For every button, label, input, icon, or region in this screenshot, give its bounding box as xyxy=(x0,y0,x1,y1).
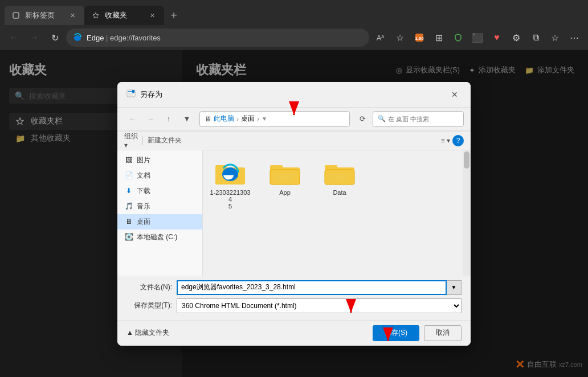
dialog-sidebar-music[interactable]: 🎵 音乐 xyxy=(117,199,202,214)
toolbar-icon-1[interactable]: ⊞ xyxy=(430,28,448,47)
tab-label-favorites: 收藏夹 xyxy=(105,10,127,21)
file-item-app[interactable]: App xyxy=(262,155,308,198)
dialog-sidebar-pictures-label: 图片 xyxy=(137,155,150,165)
breadcrumb-dropdown-icon: ▼ xyxy=(262,116,267,122)
toolbar-divider xyxy=(142,136,143,145)
filename-input-wrap: ▼ xyxy=(177,280,462,295)
edge-logo-icon xyxy=(73,33,82,42)
svg-text:1.00: 1.00 xyxy=(415,36,424,41)
desktop-icon: 🖥 xyxy=(124,217,133,226)
tab-close-newtab[interactable]: ✕ xyxy=(67,10,77,21)
toolbar-icon-4[interactable]: ⚙ xyxy=(507,28,525,47)
filetype-row: 保存类型(T): 360 Chrome HTML Document (*.htm… xyxy=(126,298,462,313)
dialog-sidebar-desktop[interactable]: 🖥 桌面 xyxy=(117,214,202,230)
breadcrumb-icon: 🖥 xyxy=(205,115,211,123)
dialog-refresh-button[interactable]: ⟳ xyxy=(354,111,370,127)
breadcrumb-item-pc[interactable]: 此电脑 xyxy=(214,114,234,124)
file-item-data[interactable]: Data xyxy=(317,155,362,198)
svg-point-2 xyxy=(74,35,81,41)
address-text-edge: Edge xyxy=(87,34,104,42)
view-toggle-button[interactable]: ≡ ▾ xyxy=(441,134,450,147)
help-button[interactable]: ? xyxy=(452,135,464,146)
watermark-x-icon: ✕ xyxy=(515,358,525,371)
read-mode-button[interactable]: Aᴬ xyxy=(371,28,390,47)
filetype-select[interactable]: 360 Chrome HTML Document (*.html) xyxy=(177,298,462,313)
tab-close-favorites[interactable]: ✕ xyxy=(147,10,157,21)
forward-button[interactable]: → xyxy=(25,28,43,47)
svg-rect-10 xyxy=(132,90,134,93)
breadcrumb-bar[interactable]: 🖥 此电脑 › 桌面 › ▼ xyxy=(199,111,350,127)
extensions-button[interactable]: 1.00 xyxy=(410,28,428,47)
breadcrumb-sep-2: › xyxy=(257,115,259,123)
address-url: edge://favorites xyxy=(110,34,161,42)
hide-folder-button[interactable]: ▲ 隐藏文件夹 xyxy=(126,328,169,338)
toolbar-icon-2[interactable]: ⬛ xyxy=(468,28,487,47)
svg-marker-1 xyxy=(93,13,99,18)
cancel-button[interactable]: 取消 xyxy=(424,325,462,341)
file-item-edge[interactable]: 1-230322130345 xyxy=(207,155,253,212)
watermark-url: xz7.com xyxy=(559,361,582,368)
dialog-search-input[interactable] xyxy=(388,116,467,122)
menu-button[interactable]: ⋯ xyxy=(565,28,583,47)
dialog-close-button[interactable]: ✕ xyxy=(448,88,462,101)
pictures-icon: 🖼 xyxy=(124,155,133,165)
refresh-button[interactable]: ↻ xyxy=(46,28,64,47)
tab-newtab[interactable]: 新标签页 ✕ xyxy=(5,6,84,25)
tab-bar: 新标签页 ✕ 收藏夹 ✕ + xyxy=(0,0,588,25)
watermark-text: 自由互联 xyxy=(527,359,557,370)
browser-toolbar: ← → ↻ Edge | edge://favorites Aᴬ ☆ 1.00 … xyxy=(0,25,588,50)
dialog-up-button[interactable]: ↑ xyxy=(161,111,177,127)
dialog-overlay: 另存为 ✕ ← → ↑ ▼ 🖥 此电脑 › 桌面 › ▼ ⟳ 🔍 xyxy=(0,50,588,377)
filename-input[interactable] xyxy=(177,280,447,295)
music-icon: 🎵 xyxy=(124,202,133,211)
folder-app-icon xyxy=(269,157,301,187)
dialog-search-icon: 🔍 xyxy=(378,115,386,122)
local-disk-icon: 💽 xyxy=(124,232,133,241)
file-label-edge: 1-230322130345 xyxy=(210,189,251,210)
filename-dropdown-btn[interactable]: ▼ xyxy=(447,280,462,295)
dialog-back-button[interactable]: ← xyxy=(124,111,140,127)
favorites-toolbar-btn[interactable]: ☆ xyxy=(546,28,564,47)
dialog-search-bar[interactable]: 🔍 xyxy=(373,111,464,127)
dialog-title-text: 另存为 xyxy=(140,89,162,100)
dialog-sidebar-local-disk[interactable]: 💽 本地磁盘 (C:) xyxy=(117,230,202,245)
new-tab-button[interactable]: + xyxy=(164,6,183,25)
dialog-sidebar-downloads[interactable]: ⬇ 下载 xyxy=(117,183,202,199)
dialog-secondary-toolbar: 组织 ▾ 新建文件夹 ≡ ▾ ? xyxy=(117,131,471,150)
file-label-data: Data xyxy=(333,189,346,196)
tab-icon-favorites xyxy=(91,11,100,20)
browser-chrome: 新标签页 ✕ 收藏夹 ✕ + ← → ↻ Edge | edge://favor… xyxy=(0,0,588,50)
dialog-sidebar-local-disk-label: 本地磁盘 (C:) xyxy=(137,232,177,242)
filetype-input-wrap: 360 Chrome HTML Document (*.html) // pop… xyxy=(177,298,462,313)
bookmark-button[interactable]: ☆ xyxy=(391,28,409,47)
tab-favorites[interactable]: 收藏夹 ✕ xyxy=(84,6,164,25)
svg-rect-7 xyxy=(128,91,132,92)
toolbar-icon-3[interactable]: ♥ xyxy=(488,28,506,47)
dialog-sidebar-docs[interactable]: 📄 文档 xyxy=(117,168,202,183)
save-button[interactable]: 保存(S) xyxy=(373,325,419,341)
address-separator: | xyxy=(104,34,110,42)
back-button[interactable]: ← xyxy=(5,28,23,47)
shield-button[interactable] xyxy=(449,28,467,47)
dialog-forward-button[interactable]: → xyxy=(142,111,158,127)
new-folder-button[interactable]: 新建文件夹 xyxy=(148,134,182,147)
split-view-button[interactable]: ⧉ xyxy=(526,28,545,47)
dialog-title-left: 另存为 xyxy=(126,89,162,100)
svg-rect-8 xyxy=(128,93,134,94)
dialog-sidebar-pictures[interactable]: 🖼 图片 xyxy=(117,153,202,168)
scroll-thumb xyxy=(464,151,469,169)
address-bar[interactable]: Edge | edge://favorites xyxy=(66,28,369,47)
breadcrumb-sep-1: › xyxy=(236,115,239,123)
toolbar-right: Aᴬ ☆ 1.00 ⊞ ⬛ ♥ ⚙ ⧉ ☆ ⋯ xyxy=(371,28,583,47)
dialog-recent-button[interactable]: ▼ xyxy=(179,111,195,127)
dialog-sidebar-downloads-label: 下载 xyxy=(137,186,150,196)
dialog-toolbar: ← → ↑ ▼ 🖥 此电脑 › 桌面 › ▼ ⟳ 🔍 xyxy=(117,108,471,131)
hide-folder-label: ▲ 隐藏文件夹 xyxy=(126,328,169,338)
dialog-actions: ▲ 隐藏文件夹 保存(S) 取消 xyxy=(117,320,471,346)
tab-icon-newtab xyxy=(11,11,21,20)
organize-button[interactable]: 组织 ▾ xyxy=(124,134,138,147)
tab-label-newtab: 新标签页 xyxy=(25,10,55,21)
breadcrumb-current: 桌面 xyxy=(241,114,255,124)
scrollbar[interactable] xyxy=(463,150,471,276)
docs-icon: 📄 xyxy=(124,171,133,180)
